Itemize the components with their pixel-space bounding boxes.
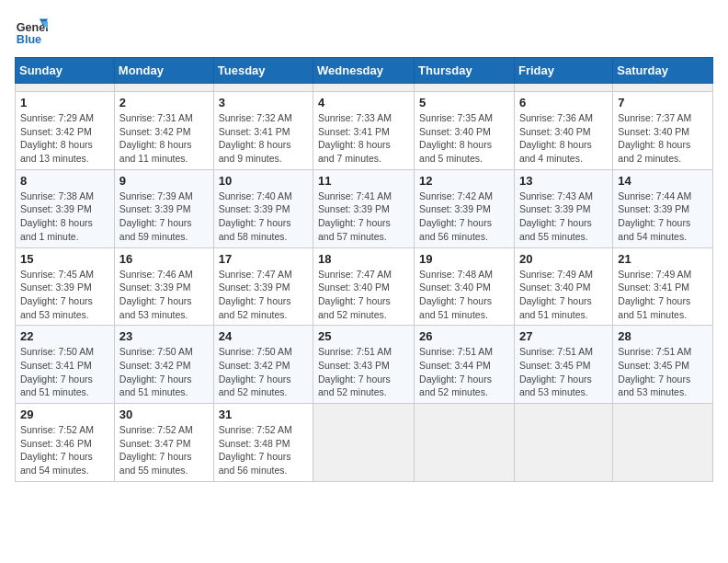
day-info: Sunrise: 7:52 AMSunset: 3:47 PMDaylight:… — [119, 423, 209, 477]
day-info: Sunrise: 7:43 AMSunset: 3:39 PMDaylight:… — [519, 190, 608, 244]
day-cell: 16Sunrise: 7:46 AMSunset: 3:39 PMDayligh… — [114, 247, 213, 326]
day-number: 5 — [419, 96, 509, 109]
day-number: 10 — [219, 174, 308, 188]
day-cell: 7Sunrise: 7:37 AMSunset: 3:40 PMDaylight… — [613, 92, 713, 170]
day-number: 14 — [618, 174, 708, 188]
day-cell — [514, 404, 612, 482]
logo-icon: General Blue — [15, 15, 48, 48]
day-cell: 22Sunrise: 7:50 AMSunset: 3:41 PMDayligh… — [16, 326, 115, 404]
day-number: 6 — [519, 96, 608, 109]
day-number: 28 — [618, 329, 708, 343]
column-header-sunday: Sunday — [16, 58, 115, 84]
day-cell: 13Sunrise: 7:43 AMSunset: 3:39 PMDayligh… — [514, 169, 612, 247]
column-headers-row: SundayMondayTuesdayWednesdayThursdayFrid… — [16, 58, 713, 84]
day-info: Sunrise: 7:50 AMSunset: 3:42 PMDaylight:… — [219, 345, 308, 399]
day-cell: 28Sunrise: 7:51 AMSunset: 3:45 PMDayligh… — [613, 326, 713, 404]
day-cell: 29Sunrise: 7:52 AMSunset: 3:46 PMDayligh… — [16, 404, 115, 482]
column-header-saturday: Saturday — [613, 58, 713, 84]
svg-text:Blue: Blue — [17, 33, 41, 46]
day-number: 30 — [119, 408, 209, 421]
day-number: 23 — [119, 329, 209, 343]
column-header-monday: Monday — [114, 58, 213, 84]
day-cell: 25Sunrise: 7:51 AMSunset: 3:43 PMDayligh… — [313, 326, 415, 404]
day-number: 11 — [318, 174, 409, 188]
day-cell: 31Sunrise: 7:52 AMSunset: 3:48 PMDayligh… — [213, 404, 313, 482]
day-cell: 1Sunrise: 7:29 AMSunset: 3:42 PMDaylight… — [16, 92, 115, 170]
day-cell — [514, 84, 612, 92]
day-info: Sunrise: 7:37 AMSunset: 3:40 PMDaylight:… — [618, 111, 708, 166]
day-info: Sunrise: 7:46 AMSunset: 3:39 PMDaylight:… — [119, 268, 209, 322]
week-row-4: 15Sunrise: 7:45 AMSunset: 3:39 PMDayligh… — [16, 247, 713, 326]
day-number: 17 — [219, 252, 308, 266]
day-cell: 9Sunrise: 7:39 AMSunset: 3:39 PMDaylight… — [114, 169, 213, 247]
day-info: Sunrise: 7:49 AMSunset: 3:40 PMDaylight:… — [519, 268, 608, 322]
page-header: General Blue — [15, 15, 713, 48]
day-info: Sunrise: 7:39 AMSunset: 3:39 PMDaylight:… — [119, 190, 209, 244]
day-number: 4 — [318, 96, 409, 109]
day-cell — [313, 84, 415, 92]
day-info: Sunrise: 7:52 AMSunset: 3:48 PMDaylight:… — [219, 423, 308, 477]
day-number: 8 — [20, 174, 109, 188]
day-number: 25 — [318, 329, 409, 343]
day-info: Sunrise: 7:45 AMSunset: 3:39 PMDaylight:… — [20, 268, 109, 322]
day-number: 1 — [20, 96, 109, 109]
day-info: Sunrise: 7:47 AMSunset: 3:39 PMDaylight:… — [219, 268, 308, 322]
day-cell: 20Sunrise: 7:49 AMSunset: 3:40 PMDayligh… — [514, 247, 612, 326]
day-info: Sunrise: 7:50 AMSunset: 3:42 PMDaylight:… — [119, 345, 209, 399]
day-info: Sunrise: 7:29 AMSunset: 3:42 PMDaylight:… — [20, 111, 109, 166]
day-number: 12 — [419, 174, 509, 188]
day-number: 31 — [219, 408, 308, 421]
day-number: 27 — [519, 329, 608, 343]
week-row-3: 8Sunrise: 7:38 AMSunset: 3:39 PMDaylight… — [16, 169, 713, 247]
day-cell — [613, 84, 713, 92]
day-cell — [114, 84, 213, 92]
day-cell — [16, 84, 115, 92]
day-cell — [415, 84, 515, 92]
day-number: 2 — [119, 96, 209, 109]
day-cell: 8Sunrise: 7:38 AMSunset: 3:39 PMDaylight… — [16, 169, 115, 247]
day-cell — [415, 404, 515, 482]
week-row-6: 29Sunrise: 7:52 AMSunset: 3:46 PMDayligh… — [16, 404, 713, 482]
day-info: Sunrise: 7:49 AMSunset: 3:41 PMDaylight:… — [618, 268, 708, 322]
day-number: 29 — [20, 408, 109, 421]
column-header-wednesday: Wednesday — [313, 58, 415, 84]
week-row-1 — [16, 84, 713, 92]
day-info: Sunrise: 7:52 AMSunset: 3:46 PMDaylight:… — [20, 423, 109, 477]
column-header-friday: Friday — [514, 58, 612, 84]
day-cell: 19Sunrise: 7:48 AMSunset: 3:40 PMDayligh… — [415, 247, 515, 326]
day-number: 20 — [519, 252, 608, 266]
day-info: Sunrise: 7:51 AMSunset: 3:45 PMDaylight:… — [618, 345, 708, 399]
day-info: Sunrise: 7:42 AMSunset: 3:39 PMDaylight:… — [419, 190, 509, 244]
calendar-table: SundayMondayTuesdayWednesdayThursdayFrid… — [15, 57, 713, 482]
day-number: 26 — [419, 329, 509, 343]
day-cell: 21Sunrise: 7:49 AMSunset: 3:41 PMDayligh… — [613, 247, 713, 326]
day-cell: 27Sunrise: 7:51 AMSunset: 3:45 PMDayligh… — [514, 326, 612, 404]
day-cell: 26Sunrise: 7:51 AMSunset: 3:44 PMDayligh… — [415, 326, 515, 404]
day-cell: 24Sunrise: 7:50 AMSunset: 3:42 PMDayligh… — [213, 326, 313, 404]
day-info: Sunrise: 7:50 AMSunset: 3:41 PMDaylight:… — [20, 345, 109, 399]
day-number: 15 — [20, 252, 109, 266]
day-info: Sunrise: 7:41 AMSunset: 3:39 PMDaylight:… — [318, 190, 409, 244]
logo: General Blue — [15, 15, 48, 48]
day-cell — [213, 84, 313, 92]
day-info: Sunrise: 7:44 AMSunset: 3:39 PMDaylight:… — [618, 190, 708, 244]
day-info: Sunrise: 7:36 AMSunset: 3:40 PMDaylight:… — [519, 111, 608, 166]
day-cell: 3Sunrise: 7:32 AMSunset: 3:41 PMDaylight… — [213, 92, 313, 170]
day-info: Sunrise: 7:48 AMSunset: 3:40 PMDaylight:… — [419, 268, 509, 322]
day-info: Sunrise: 7:51 AMSunset: 3:45 PMDaylight:… — [519, 345, 608, 399]
calendar-body: 1Sunrise: 7:29 AMSunset: 3:42 PMDaylight… — [16, 84, 713, 482]
day-info: Sunrise: 7:35 AMSunset: 3:40 PMDaylight:… — [419, 111, 509, 166]
day-cell: 2Sunrise: 7:31 AMSunset: 3:42 PMDaylight… — [114, 92, 213, 170]
day-number: 3 — [219, 96, 308, 109]
day-number: 13 — [519, 174, 608, 188]
day-cell: 17Sunrise: 7:47 AMSunset: 3:39 PMDayligh… — [213, 247, 313, 326]
day-cell: 15Sunrise: 7:45 AMSunset: 3:39 PMDayligh… — [16, 247, 115, 326]
day-cell — [313, 404, 415, 482]
day-number: 19 — [419, 252, 509, 266]
day-info: Sunrise: 7:51 AMSunset: 3:43 PMDaylight:… — [318, 345, 409, 399]
day-cell: 18Sunrise: 7:47 AMSunset: 3:40 PMDayligh… — [313, 247, 415, 326]
day-cell: 30Sunrise: 7:52 AMSunset: 3:47 PMDayligh… — [114, 404, 213, 482]
day-info: Sunrise: 7:33 AMSunset: 3:41 PMDaylight:… — [318, 111, 409, 166]
day-number: 24 — [219, 329, 308, 343]
day-number: 7 — [618, 96, 708, 109]
